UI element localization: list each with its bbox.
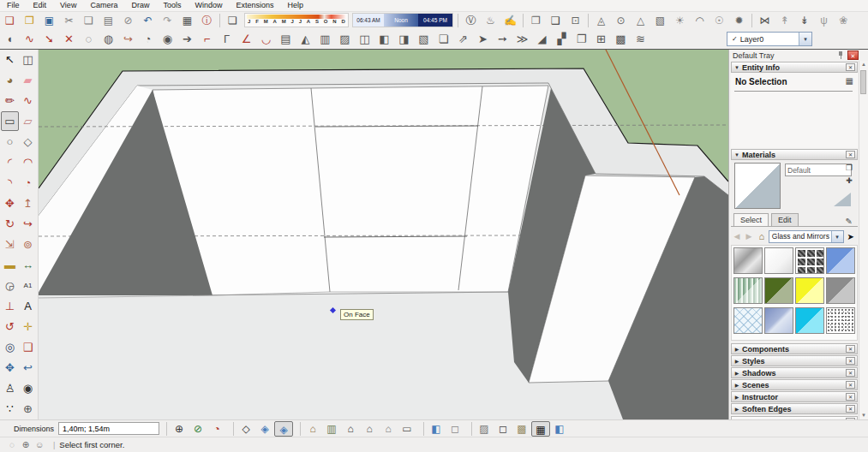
- vegetation-icon[interactable]: ψ: [814, 12, 834, 29]
- arc-tool[interactable]: ◜: [1, 152, 19, 172]
- plugin-icon-25[interactable]: ➤: [473, 30, 493, 48]
- orbit-tool[interactable]: ↺: [1, 317, 19, 336]
- scrollbar-thumb[interactable]: [860, 70, 866, 94]
- pie-tool[interactable]: ◔: [19, 173, 37, 193]
- north-angle-icon[interactable]: ◔: [207, 421, 226, 437]
- back-arrow-icon[interactable]: ◀: [731, 232, 743, 241]
- shaded-style-icon[interactable]: ▩: [512, 421, 531, 437]
- zoom-previous-tool[interactable]: ↩: [19, 358, 37, 378]
- text-tool[interactable]: A1: [19, 276, 37, 295]
- paint-bucket-tool[interactable]: ◕: [1, 70, 19, 90]
- shaded-textures-style-icon[interactable]: ▦: [531, 421, 550, 437]
- plugin-icon-30[interactable]: ❐: [572, 30, 591, 48]
- menu-file[interactable]: File: [0, 0, 27, 11]
- shadow-dialog-icon[interactable]: ❏: [223, 12, 242, 29]
- back-edges-icon[interactable]: ⋈: [755, 12, 775, 29]
- plugin-icon-08[interactable]: ◔: [138, 30, 158, 48]
- swatch-gray-glass[interactable]: [826, 277, 855, 304]
- zoom-extents-tool[interactable]: ✥: [1, 358, 19, 378]
- two-point-arc-tool[interactable]: ◠: [19, 152, 37, 172]
- section-close-icon[interactable]: ✕: [846, 393, 855, 401]
- frame-buffer-icon[interactable]: ❐: [526, 12, 546, 29]
- section-materials[interactable]: ▼ Materials ✕: [731, 149, 858, 160]
- display-north-icon[interactable]: ⊕: [170, 421, 189, 437]
- plugin-icon-16[interactable]: ◭: [296, 30, 315, 48]
- swatch-ribbed-glass[interactable]: [733, 277, 763, 304]
- menu-view[interactable]: View: [53, 0, 83, 11]
- plugin-icon-09[interactable]: ◉: [158, 30, 177, 48]
- chevron-right-icon[interactable]: ▶: [732, 394, 742, 400]
- scroll-down-icon[interactable]: ▼: [859, 412, 868, 419]
- shaded-icon[interactable]: ▧: [650, 12, 670, 29]
- chevron-right-icon[interactable]: ▶: [732, 358, 742, 364]
- batch-render-icon[interactable]: ❑: [546, 12, 566, 29]
- menu-edit[interactable]: Edit: [27, 0, 54, 11]
- menu-camera[interactable]: Camera: [83, 0, 124, 11]
- eraser-tool[interactable]: ▰: [19, 70, 37, 90]
- plugin-icon-05[interactable]: ◌: [79, 30, 99, 48]
- entity-details-icon[interactable]: ▦: [846, 76, 853, 86]
- xray-style-icon[interactable]: ▨: [475, 421, 494, 437]
- walk-tool[interactable]: ∵: [1, 399, 19, 419]
- user-icon[interactable]: ☺: [33, 440, 46, 449]
- menu-tools[interactable]: Tools: [156, 0, 188, 11]
- vray-icon[interactable]: Ⓥ: [461, 12, 481, 29]
- erase-icon[interactable]: ⊘: [118, 12, 138, 29]
- cut-icon[interactable]: ✂: [59, 12, 79, 29]
- plugin-icon-28[interactable]: ◢: [532, 30, 552, 48]
- model-info-icon[interactable]: ⓘ: [197, 12, 217, 29]
- plugin-icon-19[interactable]: ◫: [355, 30, 374, 48]
- tab-edit[interactable]: Edit: [771, 213, 799, 226]
- undo-icon[interactable]: ↶: [138, 12, 158, 29]
- swatch-mosaic-tile[interactable]: [795, 247, 824, 274]
- proxy-toggle-icon[interactable]: ❀: [834, 12, 853, 29]
- chevron-right-icon[interactable]: ▶: [732, 346, 742, 352]
- paste-icon[interactable]: ▤: [99, 12, 118, 29]
- component-hide-icon[interactable]: ↡: [794, 12, 814, 29]
- details-arrow-icon[interactable]: ➤: [844, 232, 858, 241]
- tray-close-button[interactable]: ✕: [847, 51, 859, 60]
- section-plane-tool[interactable]: ⊕: [19, 399, 37, 419]
- open-icon[interactable]: ❐: [20, 12, 39, 29]
- look-around-tool[interactable]: ◉: [19, 378, 37, 398]
- iso-view-icon[interactable]: ◈: [255, 421, 274, 437]
- tray-title-bar[interactable]: Default Tray ✕: [729, 50, 859, 61]
- three-point-arc-tool[interactable]: ◝: [1, 173, 19, 193]
- offset-tool[interactable]: ⊚: [19, 235, 37, 254]
- vray-render-icon[interactable]: ♨: [481, 12, 500, 29]
- create-material-icon[interactable]: ✚: [843, 175, 855, 187]
- polygon-tool[interactable]: ◇: [19, 132, 37, 152]
- plugin-icon-20[interactable]: ◧: [374, 30, 394, 48]
- axes-tool[interactable]: ⊥: [1, 296, 19, 316]
- follow-me-tool[interactable]: ↪: [19, 214, 37, 234]
- chevron-right-icon[interactable]: ▶: [732, 406, 742, 412]
- freehand-tool[interactable]: ∿: [19, 91, 37, 110]
- section-instructor[interactable]: ▶Instructor✕: [731, 391, 858, 402]
- wall-tool-icon[interactable]: ▥: [322, 421, 341, 437]
- chevron-right-icon[interactable]: ▶: [732, 370, 742, 376]
- plugin-icon-07[interactable]: ↪: [118, 30, 138, 48]
- zoom-window-tool[interactable]: ❑: [19, 337, 37, 357]
- section-soften-edges[interactable]: ▶Soften Edges✕: [731, 403, 858, 414]
- plugin-icon-23[interactable]: ❏: [434, 30, 453, 48]
- hidden-line-style-icon[interactable]: ◻: [494, 421, 512, 437]
- section-close-icon[interactable]: ✕: [846, 381, 855, 389]
- copy-icon[interactable]: ❏: [79, 12, 99, 29]
- plugin-icon-15[interactable]: ▤: [276, 30, 296, 48]
- scroll-up-icon[interactable]: ▲: [859, 61, 868, 68]
- select-tool[interactable]: ↖: [1, 50, 19, 69]
- redo-icon[interactable]: ↷: [158, 12, 177, 29]
- set-north-icon[interactable]: ⊘: [189, 421, 207, 437]
- chevron-down-icon[interactable]: ▼: [732, 65, 742, 70]
- chevron-down-icon[interactable]: ▾: [799, 33, 811, 45]
- line-tool[interactable]: ✏: [1, 91, 19, 110]
- plugin-icon-02[interactable]: ∿: [20, 30, 39, 48]
- section-styles[interactable]: ▶Styles✕: [731, 355, 858, 366]
- section-close-icon[interactable]: ✕: [846, 369, 855, 377]
- sun-settings-icon[interactable]: ✹: [729, 12, 749, 29]
- geolocation-icon[interactable]: ◌: [5, 440, 19, 449]
- print-icon[interactable]: ▦: [177, 12, 197, 29]
- swatch-frosted-glass[interactable]: [733, 307, 763, 334]
- menu-help[interactable]: Help: [280, 0, 310, 11]
- pan-tool[interactable]: ✛: [19, 317, 37, 336]
